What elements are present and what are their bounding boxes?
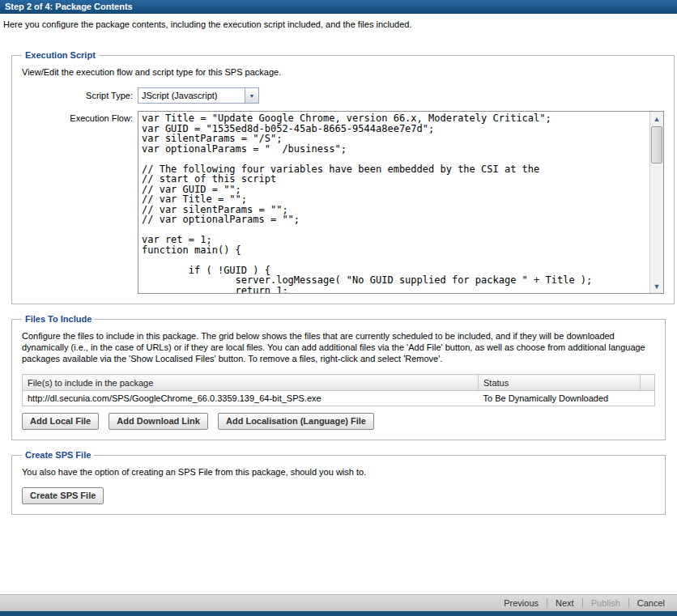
page-title: Step 2 of 4: Package Contents xyxy=(5,2,133,11)
footer-separator xyxy=(547,598,547,608)
add-local-file-button[interactable]: Add Local File xyxy=(22,413,99,430)
script-type-value: JScript (Javascript) xyxy=(138,91,245,100)
chevron-down-icon[interactable]: ▼ xyxy=(245,88,258,103)
files-to-include-legend: Files To Include xyxy=(22,314,95,324)
vertical-scrollbar[interactable]: ▲ ▼ xyxy=(649,112,663,293)
add-download-link-button[interactable]: Add Download Link xyxy=(109,413,208,430)
previous-button[interactable]: Previous xyxy=(500,598,543,608)
scroll-down-icon[interactable]: ▼ xyxy=(650,279,663,293)
scroll-up-icon[interactable]: ▲ xyxy=(650,112,663,125)
add-localisation-file-button[interactable]: Add Localisation (Language) File xyxy=(218,413,374,430)
cancel-button[interactable]: Cancel xyxy=(633,598,669,608)
next-button[interactable]: Next xyxy=(551,598,578,608)
execution-flow-editor[interactable]: var Title = "Update Google Chrome, versi… xyxy=(138,111,664,294)
footer-separator xyxy=(582,598,583,608)
execution-script-section: Execution Script View/Edit the execution… xyxy=(11,50,675,304)
execution-script-description: View/Edit the execution flow and script … xyxy=(22,66,664,78)
table-header-filler xyxy=(641,375,655,391)
execution-script-legend: Execution Script xyxy=(22,50,99,60)
file-status-cell: To Be Dynamically Downloaded xyxy=(479,391,641,406)
create-sps-legend: Create SPS File xyxy=(22,450,94,460)
table-header-status[interactable]: Status xyxy=(479,375,641,391)
create-sps-description: You also have the option of creating an … xyxy=(22,466,655,478)
create-sps-file-button[interactable]: Create SPS File xyxy=(22,487,104,504)
wizard-titlebar: Step 2 of 4: Package Contents xyxy=(0,0,677,14)
footer-accent-bar xyxy=(0,611,677,616)
script-type-label: Script Type: xyxy=(22,91,138,100)
files-to-include-description: Configure the files to include in this p… xyxy=(22,330,655,364)
table-header-file[interactable]: File(s) to include in the package xyxy=(23,375,479,391)
create-sps-section: Create SPS File You also have the option… xyxy=(11,450,666,515)
script-type-combobox[interactable]: JScript (Javascript) ▼ xyxy=(138,87,259,104)
page-description: Here you configure the package contents,… xyxy=(0,14,677,29)
wizard-footer: Previous Next Publish Cancel xyxy=(0,594,677,611)
publish-button: Publish xyxy=(587,598,624,608)
footer-separator xyxy=(628,598,629,608)
files-table: File(s) to include in the package Status… xyxy=(22,374,655,406)
execution-flow-code[interactable]: var Title = "Update Google Chrome, versi… xyxy=(138,112,663,294)
scrollbar-thumb[interactable] xyxy=(651,126,662,164)
files-to-include-section: Files To Include Configure the files to … xyxy=(11,314,666,440)
execution-flow-label: Execution Flow: xyxy=(22,111,138,123)
table-row[interactable]: http://dl.secunia.com/SPS/GoogleChrome_6… xyxy=(23,391,655,406)
file-url-cell: http://dl.secunia.com/SPS/GoogleChrome_6… xyxy=(23,391,479,406)
